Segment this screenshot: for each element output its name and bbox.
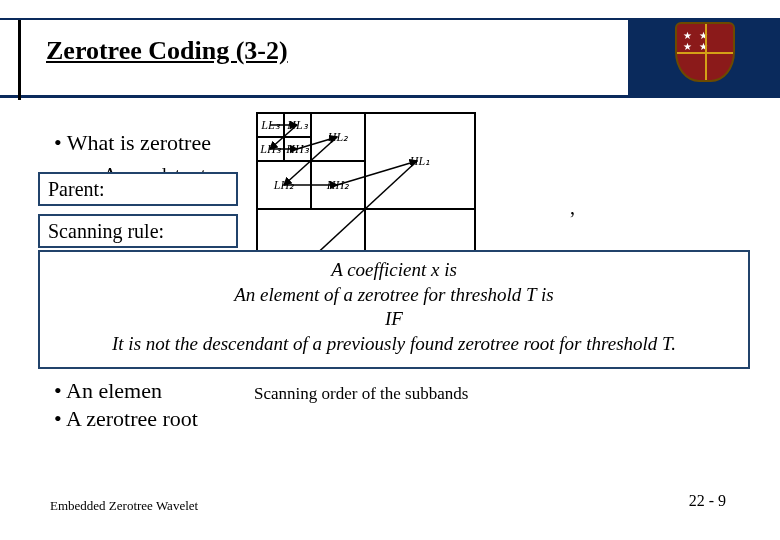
bullet-zerotree-root: • A zerotree root [54, 406, 198, 432]
cell-hl3: HL₃ [284, 113, 311, 137]
stray-comma: , [570, 196, 575, 219]
bullet-an-elemen: • An elemen [54, 378, 162, 404]
body: • What is zerotree – A new data stru , L… [18, 98, 762, 500]
box-scanning-label: Scanning rule: [48, 220, 164, 242]
diagram-caption: Scanning order of the subbands [254, 384, 468, 404]
box-parent: Parent: [38, 172, 238, 206]
box-definition: A coefficient x is An element of a zerot… [38, 250, 750, 369]
box-parent-label: Parent: [48, 178, 105, 200]
cell-hh3: HH₃ [284, 137, 311, 161]
footer-left: Embedded Zerotree Wavelet [50, 498, 198, 514]
page-title: Zerotree Coding (3-2) [46, 36, 288, 66]
shield-icon: ★ ★★ ★ [675, 22, 735, 82]
cell-ll3: LL₃ [257, 113, 284, 137]
def-line-2: An element of a zerotree for threshold T… [48, 283, 740, 308]
footer-page-number: 22 - 9 [689, 492, 726, 510]
bullet-what-is: • What is zerotree [54, 130, 211, 156]
def-line-1: A coefficient x is [48, 258, 740, 283]
def-line-4: It is not the descendant of a previously… [48, 332, 740, 357]
slide: ★ ★★ ★ Zerotree Coding (3-2) • What is z… [0, 0, 780, 540]
cell-lh2: LH₂ [257, 161, 311, 209]
cell-hh2: HH₂ [311, 161, 365, 209]
cell-lh3: LH₃ [257, 137, 284, 161]
cell-hl1: HL₁ [365, 113, 475, 209]
box-scanning-rule: Scanning rule: [38, 214, 238, 248]
logo-crest: ★ ★★ ★ [675, 22, 745, 92]
cell-hl2: HL₂ [311, 113, 365, 161]
def-line-3: IF [48, 307, 740, 332]
